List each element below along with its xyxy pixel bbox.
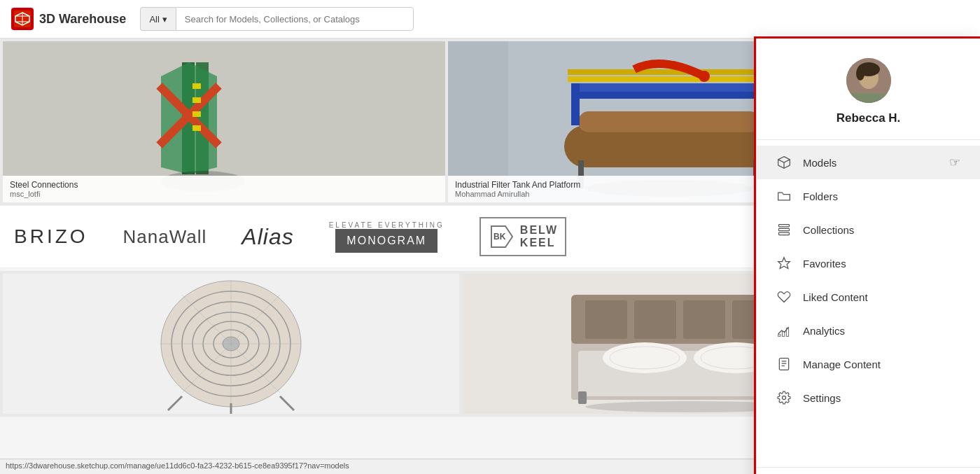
- menu-label-favorites: Favorites: [803, 258, 846, 270]
- svg-rect-14: [192, 125, 201, 131]
- logo-area: 3D Warehouse: [11, 8, 126, 30]
- menu-label-models: Models: [803, 157, 836, 169]
- svg-point-72: [856, 67, 864, 81]
- settings-icon: [776, 390, 792, 405]
- svg-rect-74: [846, 93, 891, 103]
- logo-icon: [11, 8, 34, 30]
- svg-point-88: [783, 396, 786, 400]
- svg-point-60: [603, 342, 687, 373]
- menu-section: Models ☞ Folders: [757, 140, 980, 467]
- svg-rect-23: [568, 76, 771, 82]
- avatar: [846, 58, 891, 103]
- menu-item-analytics[interactable]: Analytics: [757, 314, 980, 347]
- svg-rect-12: [192, 97, 201, 103]
- search-filter-button[interactable]: All ▾: [140, 7, 175, 31]
- svg-rect-78: [779, 228, 790, 230]
- svg-marker-80: [778, 258, 790, 269]
- logo-text: 3D Warehouse: [39, 12, 126, 27]
- menu-item-liked[interactable]: Liked Content: [757, 280, 980, 314]
- svg-rect-84: [779, 358, 788, 370]
- menu-item-models[interactable]: Models ☞: [757, 146, 980, 179]
- svg-rect-13: [192, 111, 201, 117]
- star-icon: [776, 256, 792, 271]
- model-author: msc_lotfi: [10, 190, 438, 198]
- search-input[interactable]: [176, 7, 414, 31]
- svg-rect-11: [192, 83, 201, 89]
- svg-rect-64: [578, 391, 587, 404]
- brand-brizo[interactable]: BRIZO: [14, 225, 88, 248]
- analytics-icon: [776, 323, 792, 338]
- menu-item-favorites[interactable]: Favorites: [757, 246, 980, 280]
- brand-alias[interactable]: Alias: [241, 224, 293, 250]
- menu-label-manage: Manage Content: [803, 358, 881, 370]
- main-content: Steel Connections msc_lotfi: [0, 39, 980, 474]
- svg-rect-79: [779, 232, 790, 235]
- menu-item-manage[interactable]: Manage Content: [757, 347, 980, 381]
- brand-monogram[interactable]: ELEVATE EVERYTHING MONOGRAM: [329, 221, 444, 253]
- model-card[interactable]: [3, 274, 459, 414]
- svg-rect-24: [568, 69, 771, 75]
- menu-label-folders: Folders: [803, 190, 838, 202]
- brand-nanawall[interactable]: NanaWall: [123, 226, 207, 248]
- svg-rect-54: [585, 300, 627, 339]
- menu-item-folders[interactable]: Folders: [757, 179, 980, 213]
- heart-icon: [776, 289, 792, 305]
- svg-point-25: [699, 71, 710, 82]
- menu-label-settings: Settings: [803, 392, 841, 404]
- status-url: https://3dwarehouse.sketchup.com/manage/…: [6, 461, 349, 470]
- model-card[interactable]: Steel Connections msc_lotfi: [3, 41, 445, 202]
- profile-section: Rebecca H.: [757, 39, 980, 140]
- svg-rect-56: [683, 300, 725, 339]
- cube-icon: [776, 155, 792, 170]
- user-dropdown-panel: Rebecca H. Models ☞: [756, 39, 980, 474]
- svg-rect-18: [578, 111, 760, 132]
- menu-item-settings[interactable]: Settings: [757, 381, 980, 414]
- model-title: Steel Connections: [10, 180, 438, 190]
- svg-rect-81: [778, 335, 780, 337]
- collection-icon: [776, 222, 792, 237]
- menu-item-collections[interactable]: Collections: [757, 213, 980, 246]
- folder-icon: [776, 188, 792, 204]
- svg-rect-20: [571, 83, 767, 92]
- signout-section: Sign Out: [757, 467, 980, 474]
- svg-rect-55: [634, 300, 676, 339]
- menu-label-liked: Liked Content: [803, 291, 868, 303]
- username: Rebecca H.: [836, 111, 901, 125]
- manage-icon: [776, 356, 792, 372]
- svg-rect-21: [571, 83, 580, 125]
- search-area: All ▾: [140, 7, 413, 31]
- svg-text:BK: BK: [493, 232, 506, 242]
- cursor-icon: ☞: [949, 155, 960, 170]
- brand-belwkeel[interactable]: BK BELW KEEL: [479, 217, 566, 256]
- menu-label-collections: Collections: [803, 224, 854, 236]
- model-card-info: Steel Connections msc_lotfi: [3, 176, 445, 202]
- header: 3D Warehouse All ▾: [0, 0, 980, 39]
- model-card-image: [3, 274, 459, 414]
- menu-label-analytics: Analytics: [803, 325, 845, 337]
- svg-rect-77: [779, 225, 790, 227]
